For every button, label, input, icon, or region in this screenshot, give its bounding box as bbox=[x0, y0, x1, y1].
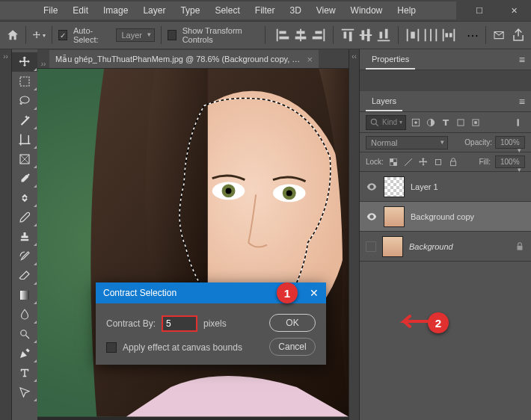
properties-menu-icon[interactable]: ≡ bbox=[519, 54, 525, 66]
menu-edit[interactable]: Edit bbox=[65, 2, 96, 19]
menu-type[interactable]: Type bbox=[173, 2, 207, 19]
visibility-icon[interactable] bbox=[366, 181, 378, 193]
document-tab-name: Mẫu ghép_ThuThuatPhanMem.jpg @ 78.6% (Ba… bbox=[55, 55, 301, 64]
layer-row[interactable]: Layer 1 bbox=[360, 172, 531, 202]
filter-adjust-icon[interactable] bbox=[426, 117, 436, 128]
move-tool[interactable] bbox=[12, 52, 37, 72]
distribute-h2-icon[interactable] bbox=[423, 27, 439, 43]
history-brush-tool[interactable] bbox=[12, 247, 37, 266]
ok-button[interactable]: OK bbox=[269, 314, 316, 332]
lock-all-icon[interactable] bbox=[448, 157, 458, 167]
layers-menu-icon[interactable]: ≡ bbox=[519, 96, 525, 108]
apply-bounds-label: Apply effect at canvas bounds bbox=[123, 342, 242, 353]
layer-name: Layer 1 bbox=[411, 182, 438, 191]
type-tool[interactable] bbox=[12, 363, 37, 383]
home-button[interactable] bbox=[6, 27, 19, 43]
align-top-icon[interactable] bbox=[340, 27, 356, 43]
align-right-icon[interactable] bbox=[310, 27, 327, 43]
gradient-tool[interactable] bbox=[12, 285, 37, 305]
layer-row[interactable]: Background copy bbox=[360, 202, 531, 232]
more-options-icon[interactable]: ⋯ bbox=[466, 27, 479, 43]
layer-name: Background copy bbox=[411, 212, 474, 221]
menu-3d[interactable]: 3D bbox=[282, 2, 308, 19]
layer-name: Background bbox=[409, 242, 453, 251]
frame-tool[interactable] bbox=[12, 149, 37, 169]
lock-position-icon[interactable] bbox=[418, 157, 429, 167]
filter-type-icon[interactable] bbox=[441, 117, 451, 128]
close-tab-icon[interactable]: × bbox=[307, 54, 313, 65]
align-bottom-icon[interactable] bbox=[375, 27, 392, 43]
layers-filter-row: Kind▾ bbox=[360, 112, 531, 133]
path-tool[interactable] bbox=[12, 383, 37, 402]
healing-tool[interactable] bbox=[12, 188, 37, 208]
svg-point-13 bbox=[371, 119, 376, 124]
filter-pixel-icon[interactable] bbox=[411, 117, 421, 128]
svg-rect-20 bbox=[518, 119, 519, 126]
distribute-h-icon[interactable] bbox=[405, 27, 421, 43]
contract-by-label: Contract By: bbox=[106, 318, 156, 329]
filter-shape-icon[interactable] bbox=[455, 117, 466, 128]
unit-label: pixels bbox=[203, 318, 227, 329]
visibility-icon[interactable] bbox=[366, 241, 376, 252]
contract-by-input[interactable] bbox=[162, 315, 197, 332]
properties-panel-head: Properties ≡ bbox=[360, 49, 531, 70]
lock-pixels-icon[interactable] bbox=[403, 157, 414, 167]
options-bar: ▾ Auto-Select: Layer Show Transform Cont… bbox=[0, 21, 531, 49]
auto-select-checkbox[interactable] bbox=[58, 30, 67, 40]
layers-kind-filter[interactable]: Kind▾ bbox=[366, 115, 406, 130]
eyedropper-tool[interactable] bbox=[12, 169, 37, 188]
brush-tool[interactable] bbox=[12, 208, 37, 227]
menu-select[interactable]: Select bbox=[207, 2, 247, 19]
menu-help[interactable]: Help bbox=[390, 2, 423, 19]
filter-smart-icon[interactable] bbox=[470, 117, 481, 128]
maximize-button[interactable]: ☐ bbox=[462, 0, 497, 21]
menu-window[interactable]: Window bbox=[343, 2, 390, 19]
layer-thumb bbox=[384, 176, 405, 197]
move-tool-icon[interactable]: ▾ bbox=[32, 27, 46, 43]
layer-row[interactable]: Background bbox=[360, 232, 531, 262]
lock-trans-icon[interactable] bbox=[388, 157, 399, 167]
lock-artboard-icon[interactable] bbox=[433, 157, 443, 167]
apply-bounds-checkbox[interactable] bbox=[106, 342, 117, 353]
layer-thumb bbox=[384, 206, 405, 227]
stamp-tool[interactable] bbox=[12, 227, 37, 247]
magic-wand-tool[interactable] bbox=[12, 111, 37, 130]
layers-tab[interactable]: Layers bbox=[366, 92, 402, 111]
cancel-button[interactable]: Cancel bbox=[269, 338, 316, 356]
dodge-tool[interactable] bbox=[12, 324, 37, 344]
lasso-tool[interactable] bbox=[12, 91, 37, 111]
layers-panel-head: Layers ≡ bbox=[360, 91, 531, 112]
properties-tab[interactable]: Properties bbox=[366, 50, 415, 70]
pen-tool[interactable] bbox=[12, 344, 37, 363]
menu-layer[interactable]: Layer bbox=[135, 2, 173, 19]
menu-view[interactable]: View bbox=[309, 2, 343, 19]
align-hcenter-icon[interactable] bbox=[292, 27, 309, 43]
align-vcenter-icon[interactable] bbox=[357, 27, 374, 43]
menu-image[interactable]: Image bbox=[96, 2, 135, 19]
menu-filter[interactable]: Filter bbox=[248, 2, 283, 19]
document-tab[interactable]: Mẫu ghép_ThuThuatPhanMem.jpg @ 78.6% (Ba… bbox=[49, 50, 319, 68]
opacity-value[interactable]: 100% bbox=[495, 136, 525, 149]
canvas[interactable] bbox=[37, 69, 349, 420]
filter-toggle-icon[interactable] bbox=[515, 117, 525, 128]
3d-mode-icon[interactable] bbox=[492, 27, 506, 43]
distribute-h3-icon[interactable] bbox=[441, 27, 457, 43]
blend-mode-dropdown[interactable]: Normal bbox=[366, 136, 448, 149]
share-icon[interactable] bbox=[512, 27, 525, 43]
close-button[interactable]: ✕ bbox=[497, 0, 531, 21]
tab-expander[interactable]: ›› bbox=[37, 60, 49, 68]
crop-tool[interactable] bbox=[12, 130, 37, 149]
svg-point-15 bbox=[414, 121, 417, 124]
transform-controls-checkbox[interactable] bbox=[168, 30, 177, 40]
eraser-tool[interactable] bbox=[12, 266, 37, 285]
fill-value[interactable]: 100% bbox=[495, 155, 525, 168]
visibility-icon[interactable] bbox=[366, 211, 378, 223]
blur-tool[interactable] bbox=[12, 305, 37, 324]
right-expander[interactable]: ‹‹ bbox=[349, 49, 359, 420]
align-left-icon[interactable] bbox=[274, 27, 291, 43]
menu-file[interactable]: File bbox=[36, 2, 65, 19]
marquee-tool[interactable] bbox=[12, 72, 37, 91]
auto-select-dropdown[interactable]: Layer bbox=[116, 28, 155, 42]
dialog-close-icon[interactable]: ✕ bbox=[310, 287, 319, 299]
tool-expander[interactable]: ›› bbox=[0, 49, 12, 420]
